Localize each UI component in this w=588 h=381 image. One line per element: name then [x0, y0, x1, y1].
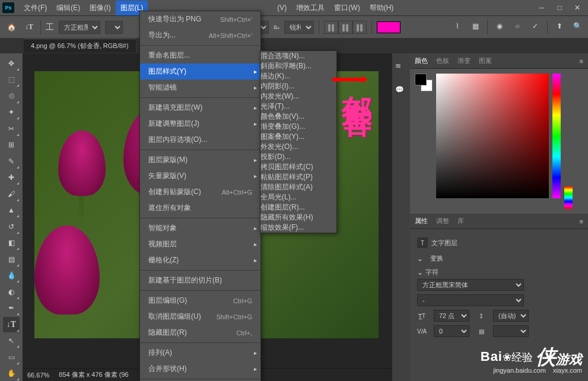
font-style-select[interactable] [105, 21, 123, 34]
tab-properties[interactable]: 属性 [415, 217, 428, 226]
commit-icon[interactable]: ✓ [529, 20, 541, 32]
color-ramp[interactable] [564, 186, 573, 209]
submenu-item[interactable]: 缩放效果(F)... [260, 223, 336, 233]
orient-icon[interactable]: 工 [46, 22, 54, 33]
menu-item[interactable]: 栅格化(Z) [140, 252, 260, 268]
type-tool[interactable]: ↓T [3, 317, 20, 332]
document-tab[interactable]: 4.png @ 66.7% (郁金香, RGB/8#) [24, 39, 136, 53]
menu-file[interactable]: 文件(F) [19, 1, 52, 15]
comment-icon[interactable]: 💬 [395, 85, 407, 97]
tab-color[interactable]: 颜色 [415, 56, 428, 65]
menu-item[interactable]: 创建剪贴蒙版(C)Alt+Ctrl+G [140, 184, 260, 200]
menu-item[interactable]: 导出为...Alt+Shift+Ctrl+' [140, 27, 260, 43]
menu-item[interactable]: 排列(A) [140, 345, 260, 361]
menu-item[interactable]: 合并形状(H) [140, 361, 260, 377]
stamp-tool[interactable]: ▲ [3, 203, 20, 218]
char-header[interactable]: 字符 [417, 265, 581, 279]
frame-tool[interactable]: ⊞ [3, 138, 20, 153]
menu-item[interactable]: 图层样式(Y) [140, 64, 260, 80]
menu-item[interactable]: 新建基于图层的切片(B) [140, 272, 260, 288]
cancel-icon[interactable]: ○ [511, 20, 523, 32]
search-icon[interactable]: 🔍 [571, 20, 583, 32]
menu-item[interactable]: 新建填充图层(W) [140, 100, 260, 116]
font-family-select[interactable]: 方正粗黑宋简 [59, 21, 100, 34]
align-middle[interactable]: ‖‖ [338, 21, 352, 34]
close-button[interactable]: ✕ [569, 2, 586, 13]
char-panel-icon[interactable]: ▦ [469, 20, 481, 32]
menu-item[interactable]: 快速导出为 PNGShift+Ctrl+' [140, 11, 260, 27]
history-brush-tool[interactable]: ↺ [3, 219, 20, 234]
pen-tool[interactable]: ✒ [3, 301, 20, 316]
minimize-button[interactable]: ─ [533, 2, 550, 13]
menu-item[interactable]: 图层蒙版(M) [140, 152, 260, 168]
menu-item[interactable]: 图层编组(G)Ctrl+G [140, 293, 260, 309]
submenu-item[interactable]: 拷贝图层样式(C) [260, 162, 336, 172]
submenu-item[interactable]: 斜面和浮雕(B)... [260, 61, 336, 71]
submenu-item[interactable]: 隐藏所有效果(H) [260, 212, 336, 223]
text-color-swatch[interactable] [377, 21, 401, 33]
panel-menu-icon[interactable]: ≡ [580, 58, 583, 65]
home-icon[interactable]: 🏠 [5, 21, 18, 34]
path-select-tool[interactable]: ↖ [3, 334, 20, 349]
submenu-item[interactable]: 投影(D)... [260, 152, 336, 162]
eyedropper-tool[interactable]: ✎ [3, 154, 20, 169]
transform-header[interactable]: 变换 [417, 252, 581, 265]
share-icon[interactable]: ⬆ [554, 20, 565, 32]
3d-icon[interactable]: ◉ [494, 20, 506, 32]
submenu-item[interactable]: 粘贴图层样式(P) [260, 172, 336, 182]
brush-tool[interactable]: 🖌 [3, 186, 20, 202]
menu-item[interactable]: 智能滤镜 [140, 80, 260, 96]
menu-image[interactable]: 图像(I) [85, 1, 115, 15]
fg-bg-colors[interactable] [415, 74, 433, 91]
submenu-item[interactable]: 全局光(L)... [260, 192, 336, 202]
saturation-picker[interactable] [436, 74, 549, 198]
submenu-item[interactable]: 图案叠加(Y)... [260, 132, 336, 142]
submenu-item[interactable]: 内阴影(I)... [260, 81, 336, 91]
crop-tool[interactable]: ✂ [3, 121, 20, 136]
menu-item[interactable]: 重命名图层... [140, 47, 260, 64]
submenu-item[interactable]: 创建图层(R)... [260, 202, 336, 212]
move-tool[interactable]: ✥ [3, 56, 20, 71]
wand-tool[interactable]: ✦ [3, 105, 20, 120]
props-leading-input[interactable]: (自动) [493, 310, 529, 322]
submenu-item[interactable]: 颜色叠加(V)... [260, 112, 336, 122]
menu-item[interactable]: 视频图层 [140, 236, 260, 252]
warp-text-icon[interactable]: ⌇ [452, 20, 463, 32]
menu-item[interactable]: 遮住所有对象 [140, 200, 260, 216]
tab-gradient[interactable]: 渐变 [457, 56, 471, 65]
submenu-item[interactable]: 描边(K)... [260, 71, 336, 81]
menu-item[interactable]: 新建调整图层(J) [140, 116, 260, 132]
menu-item[interactable]: 图层内容选项(O)... [140, 132, 260, 148]
healing-tool[interactable]: ✚ [3, 170, 20, 186]
props-font-select[interactable]: 方正粗黑宋简体 [417, 279, 524, 291]
align-bottom[interactable]: ‖‖ [352, 21, 367, 34]
dodge-tool[interactable]: ◐ [3, 284, 20, 300]
submenu-item[interactable]: 外发光(O)... [260, 142, 336, 152]
props-tracking-input[interactable]: 0 [434, 325, 469, 337]
fg-color[interactable] [415, 74, 427, 85]
antialias-select[interactable]: 锐利 [284, 21, 314, 34]
marquee-tool[interactable]: ⬚ [3, 72, 20, 88]
tab-swatches[interactable]: 色板 [436, 56, 449, 65]
gradient-tool[interactable]: ▤ [3, 252, 20, 267]
submenu-item[interactable]: 内发光(W)... [260, 91, 336, 101]
tab-library[interactable]: 库 [457, 217, 464, 226]
tab-adjust[interactable]: 调整 [436, 217, 449, 226]
menu-item[interactable]: 取消图层编组(U)Shift+Ctrl+G [140, 309, 260, 325]
props-style-select[interactable]: - [417, 294, 524, 306]
submenu-item[interactable]: 清除图层样式(A) [260, 182, 336, 192]
align-top[interactable]: ‖‖ [324, 21, 338, 34]
menu-window[interactable]: 窗口(W) [329, 1, 364, 15]
menu-view[interactable]: (V) [272, 1, 291, 14]
props-kerning-input[interactable] [493, 325, 529, 337]
maximize-button[interactable]: □ [551, 2, 568, 13]
menu-edit[interactable]: 编辑(E) [52, 1, 85, 15]
history-icon[interactable]: ≋ [395, 62, 407, 74]
hand-tool[interactable]: ✋ [3, 366, 20, 382]
menu-item[interactable]: 隐藏图层(R)Ctrl+, [140, 325, 260, 341]
submenu-item[interactable]: 光泽(T)... [260, 101, 336, 112]
submenu-item[interactable]: 混合选项(N)... [260, 51, 336, 61]
blur-tool[interactable]: 💧 [3, 268, 20, 284]
props-size-input[interactable]: 72 点 [434, 310, 469, 322]
shape-tool[interactable]: ▭ [3, 350, 20, 365]
